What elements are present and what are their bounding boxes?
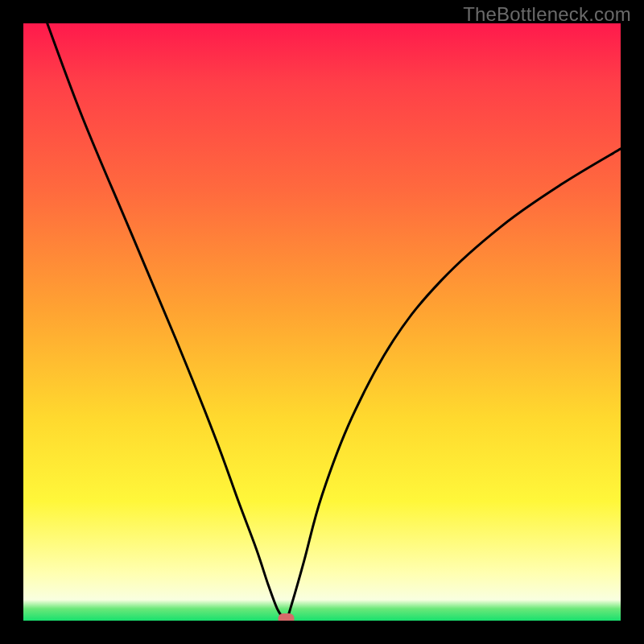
plot-area [23, 23, 621, 621]
curve-svg [23, 23, 621, 621]
minimum-marker [279, 613, 295, 621]
bottleneck-curve [47, 23, 621, 621]
watermark-text: TheBottleneck.com [463, 3, 631, 26]
chart-container: TheBottleneck.com [0, 0, 644, 644]
